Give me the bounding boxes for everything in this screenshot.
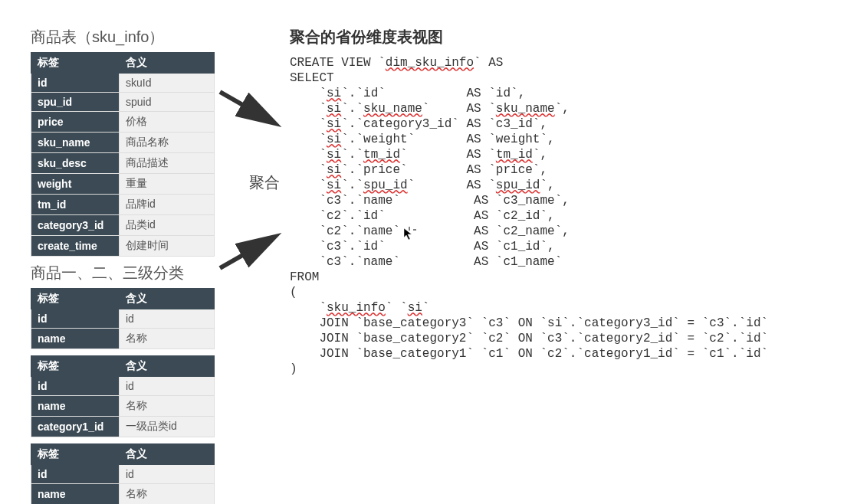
svg-line-1 (220, 92, 274, 123)
table-row: name名称 (31, 329, 215, 349)
table-cell-meaning: 重量 (120, 174, 215, 195)
cursor-icon (402, 227, 416, 244)
table-cell-label: id (31, 377, 120, 396)
table-header: 标签 (31, 444, 120, 465)
table-cell-label: price (31, 112, 120, 133)
table-cell-meaning: 商品名称 (120, 133, 215, 153)
right-column: 聚合的省份维度表视图 CREATE VIEW `dim_sku_info` AS… (290, 27, 768, 377)
table-cell-label: weight (31, 174, 120, 195)
table-row: idid (31, 309, 215, 329)
table-cell-label: category3_id (31, 215, 120, 236)
table-cell-meaning: 名称 (120, 396, 215, 417)
table-header: 含义 (120, 289, 215, 309)
table-row: name名称 (31, 484, 215, 505)
table-header: 含义 (120, 356, 215, 377)
sku-info-title: 商品表（sku_info） (31, 27, 215, 47)
table-row: sku_name商品名称 (31, 133, 215, 153)
table-cell-meaning: 创建时间 (120, 236, 215, 257)
table-cell-label: sku_desc (31, 153, 120, 174)
table-row: idid (31, 377, 215, 396)
sql-code-block: CREATE VIEW `dim_sku_info` AS SELECT `si… (290, 55, 768, 377)
table-row: name名称 (31, 396, 215, 417)
table-cell-meaning: 名称 (120, 329, 215, 349)
table-row: idskuId (31, 74, 215, 93)
table-cell-meaning: spuid (120, 93, 215, 112)
table-cell-label: name (31, 484, 120, 505)
table-cell-label: id (31, 309, 120, 329)
table-row: weight重量 (31, 174, 215, 195)
table-cell-label: category1_id (31, 417, 120, 437)
table-header: 标签 (31, 289, 120, 309)
table-cell-label: sku_name (31, 133, 120, 153)
left-column: 商品表（sku_info） 标签含义idskuIdspu_idspuidpric… (31, 27, 215, 504)
table-row: create_time创建时间 (31, 236, 215, 257)
table-cell-label: id (31, 74, 120, 93)
arrow-icon (216, 226, 285, 272)
table-cell-label: name (31, 329, 120, 349)
table-cell-meaning: 名称 (120, 484, 215, 505)
table-cell-meaning: 一级品类id (120, 417, 215, 437)
table-cell-label: id (31, 465, 120, 484)
table-cell-label: spu_id (31, 93, 120, 112)
table-cell-meaning: id (120, 309, 215, 329)
table-row: idid (31, 465, 215, 484)
svg-line-3 (220, 237, 274, 268)
view-title: 聚合的省份维度表视图 (290, 27, 768, 47)
table-cell-meaning: 品牌id (120, 195, 215, 215)
category-table-2: 标签含义ididname名称category1_id一级品类id (31, 355, 215, 437)
table-header: 标签 (31, 356, 120, 377)
table-header: 含义 (120, 53, 215, 74)
table-cell-meaning: 价格 (120, 112, 215, 133)
sku-info-table: 标签含义idskuIdspu_idspuidprice价格sku_name商品名… (31, 52, 215, 257)
table-header: 含义 (120, 444, 215, 465)
table-cell-label: name (31, 396, 120, 417)
table-cell-meaning: 品类id (120, 215, 215, 236)
category-title: 商品一、二、三级分类 (31, 263, 215, 283)
table-row: spu_idspuid (31, 93, 215, 112)
table-row: category1_id一级品类id (31, 417, 215, 437)
table-cell-meaning: id (120, 465, 215, 484)
table-cell-meaning: skuId (120, 74, 215, 93)
category-table-3: 标签含义ididname名称Category2_id二级品类id (31, 443, 215, 504)
table-cell-label: create_time (31, 236, 120, 257)
table-cell-meaning: 商品描述 (120, 153, 215, 174)
table-row: tm_id品牌id (31, 195, 215, 215)
aggregate-label: 聚合 (249, 172, 280, 193)
table-cell-meaning: id (120, 377, 215, 396)
table-row: category3_id品类id (31, 215, 215, 236)
table-row: price价格 (31, 112, 215, 133)
category-table-1: 标签含义ididname名称 (31, 288, 215, 349)
table-row: sku_desc商品描述 (31, 153, 215, 174)
arrow-icon (216, 88, 285, 134)
table-cell-label: tm_id (31, 195, 120, 215)
table-header: 标签 (31, 53, 120, 74)
